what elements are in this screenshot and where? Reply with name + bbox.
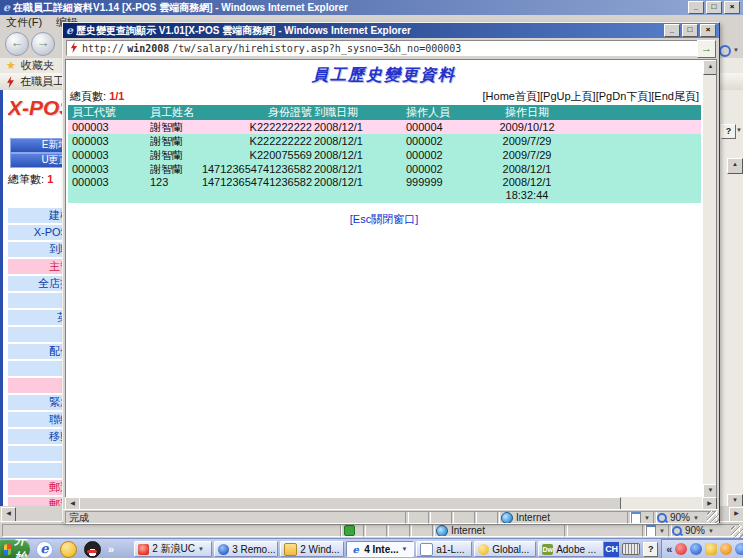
table-row[interactable]: 000003 謝智蘭 K220075569 2008/12/1 000002 2… [68,148,701,162]
zoom-level: 90% [685,525,705,536]
url-input[interactable]: http://win2008/tw/salary/hirehistory.asp… [66,40,699,56]
scroll-track[interactable] [703,75,716,484]
favorites-label[interactable]: 收藏夹 [21,58,54,73]
taskbar-button-label: a1-L... [436,544,464,555]
forward-button[interactable]: → [31,32,55,56]
status-text: 完成 [69,511,89,524]
chevron-down-icon[interactable]: ▼ [708,528,714,534]
ie-icon: e [3,1,10,14]
popup-window: e 歷史變更查詢顯示 V1.01[X-POS 雲端商務網] - Windows … [62,22,720,523]
qq-icon[interactable] [84,541,101,558]
scroll-down-icon[interactable]: ▼ [703,484,717,498]
cell-operator: 000002 [404,162,488,176]
taskbar: 开始 e » 2 新浪UC ▼ 3 Remo... ▼ 2 Wind... ▼ [0,538,743,558]
qq-tray-icon[interactable] [675,543,687,555]
cell-operation-date: 2009/7/29 [488,134,566,148]
chevron-down-icon[interactable]: ▼ [402,546,408,552]
popup-vertical-scrollbar[interactable]: ▲ ▼ [703,60,716,497]
overflow-chevron-icon[interactable]: » [108,543,114,555]
windows-logo-icon [4,543,11,555]
background-vertical-scrollbar[interactable]: ▲ ▼ [727,158,741,506]
popup-status-bar: 完成 Internet ▼ 90% ▼ [63,509,719,523]
scroll-up-icon[interactable]: ▲ [727,158,743,174]
cell-operation-date: 2009/10/12 [488,120,566,134]
search-icon[interactable] [719,45,731,57]
chevron-down-icon[interactable]: ▼ [343,546,345,552]
scroll-up-icon[interactable]: ▲ [703,60,717,75]
background-window-titlebar[interactable]: e 在職員工詳細資料V1.14 [X-POS 雲端商務網] - Windows … [0,0,743,15]
taskbar-button-uc[interactable]: 2 新浪UC ▼ [134,541,212,557]
minimize-icon[interactable]: _ [688,1,704,14]
maximize-icon[interactable]: □ [682,24,698,37]
cell-employee-id: 000003 [68,176,150,203]
taskbar-button-label: Global... [492,544,529,555]
table-row[interactable]: 000003 謝智蘭 K222222222 2008/12/1 000002 2… [68,134,701,148]
taskbar-button-label: 2 Wind... [300,544,339,555]
help-icon[interactable]: ? [643,542,658,557]
resize-grip[interactable] [731,526,743,538]
popup-titlebar[interactable]: e 歷史變更查詢顯示 V1.01[X-POS 雲端商務網] - Windows … [63,23,719,38]
chevron-down-icon[interactable]: ▼ [659,528,665,534]
taskbar-button-document[interactable]: a1-L... [416,541,472,557]
zoom-control[interactable]: 90% ▼ [668,524,740,537]
zone-label: Internet [451,525,485,536]
quick-launch: e » [30,541,120,558]
menu-file[interactable]: 文件(F) [6,15,42,30]
uc-icon [138,544,149,555]
im-tray-icon[interactable] [735,543,743,555]
taskbar-button-adobe[interactable]: Dw Adobe ... [538,541,604,557]
close-icon[interactable]: × [700,24,716,37]
table-row[interactable]: 000003 謝智蘭 147123654741236582 2008/12/1 … [68,162,701,176]
zone-pane: Internet [432,524,568,537]
taskbar-button-remote[interactable]: 3 Remo... ▼ [214,541,278,557]
resize-grip[interactable] [707,511,719,523]
chevron-down-icon[interactable]: ▼ [736,127,742,133]
tray-overflow-icon[interactable]: « [666,543,672,555]
table-row[interactable]: 000003 謝智蘭 K222222222 2008/12/1 000004 2… [68,120,701,134]
chevron-down-icon[interactable]: ▼ [733,47,739,53]
cell-id-number: K222222222 [236,134,312,148]
cell-id-number: K222222222 [236,120,312,134]
ie-icon: e [350,544,361,555]
popup-title: 歷史變更查詢顯示 V1.01[X-POS 雲端商務網] - Windows In… [76,24,664,38]
cell-operator: 000004 [404,120,488,134]
scroll-down-icon[interactable]: ▼ [727,494,743,506]
scroll-track[interactable] [727,174,741,494]
magnifier-icon [657,513,667,523]
keyboard-icon[interactable] [622,543,640,555]
start-button[interactable]: 开始 [0,539,30,558]
back-button[interactable]: ← [5,32,29,56]
table-row[interactable]: 000003 123 147123654741236582 2008/12/1 … [68,176,701,203]
cell-employee-name: 謝智蘭 [150,120,236,134]
magnifier-icon [672,526,682,536]
chevron-down-icon[interactable]: ▼ [693,515,699,521]
nav-hint-pgdn: [PgDn下頁] [596,90,652,102]
taskbar-button-windows[interactable]: 2 Wind... ▼ [280,541,344,557]
speaker-icon[interactable] [720,543,732,555]
folder-icon [284,543,297,556]
chevron-down-icon[interactable]: ▼ [644,515,650,521]
scroll-right-icon[interactable]: ▶ [729,507,743,522]
messenger-icon[interactable] [60,541,77,558]
maximize-icon[interactable]: □ [706,1,722,14]
help-icon[interactable]: ? [721,124,736,139]
total-pages-label: 總頁數: [70,90,106,102]
taskbar-button-internet[interactable]: e 4 Inte... ▼ [346,541,414,557]
taskbar-button-label: Adobe ... [556,544,596,555]
status-text-pane: 完成 [65,511,409,524]
messenger-tray-icon[interactable] [690,543,702,555]
chevron-down-icon[interactable]: ▼ [198,546,204,552]
cell-hire-date: 2008/12/1 [312,134,404,148]
minimize-icon[interactable]: _ [664,24,680,37]
scroll-left-icon[interactable]: ◀ [1,507,16,522]
close-icon[interactable]: × [724,1,740,14]
cell-employee-id: 000003 [68,148,150,162]
taskbar-button-global[interactable]: Global... [474,541,536,557]
language-indicator[interactable]: CH [604,542,619,557]
cell-id-number: 147123654741236582 [236,176,312,203]
cell-id-number: K220075569 [236,148,312,162]
taskbar-button-label: 3 Remo... [232,544,275,555]
ie-icon[interactable]: e [36,541,53,558]
security-shield-icon[interactable] [705,543,717,555]
go-button[interactable]: → [697,40,716,58]
